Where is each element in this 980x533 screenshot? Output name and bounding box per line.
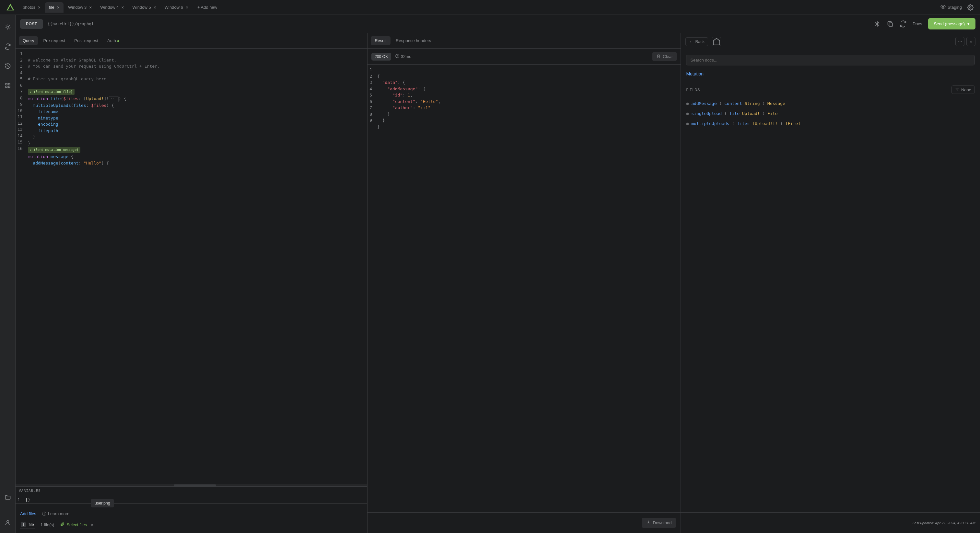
status-row: 200 OK 32ms Clear: [368, 49, 681, 65]
tab-query[interactable]: Query: [19, 36, 38, 45]
close-icon[interactable]: ×: [121, 5, 124, 10]
line-gutter: 1: [16, 495, 23, 503]
horizontal-scrollbar[interactable]: [16, 484, 367, 486]
learn-more-link[interactable]: ⓘLearn more: [42, 511, 69, 517]
tab-window-6[interactable]: Window 6×: [161, 2, 192, 13]
svg-point-3: [970, 6, 971, 8]
tab-auth-label: Auth: [107, 38, 116, 43]
result-body: { "data": { "addMessage": { "id": 1, "co…: [375, 65, 681, 512]
variables-body[interactable]: {}: [23, 495, 367, 503]
svg-point-2: [942, 6, 944, 8]
sync-icon[interactable]: [5, 43, 11, 50]
copy-icon[interactable]: [887, 21, 894, 27]
field-addmessage[interactable]: ●addMessage ( content String ) Message: [686, 98, 975, 108]
sparkle-icon[interactable]: [874, 21, 881, 27]
close-icon[interactable]: ×: [186, 5, 188, 10]
code-line: filepath: [28, 128, 58, 133]
tab-label: Window 4: [100, 5, 119, 10]
tab-window-5[interactable]: Window 5×: [129, 2, 160, 13]
extensions-icon[interactable]: [5, 82, 11, 89]
download-button[interactable]: Download: [642, 518, 676, 528]
app-logo: [6, 3, 15, 12]
environment-selector[interactable]: Staging: [940, 4, 962, 10]
code-line: filename: [28, 109, 58, 114]
last-updated-label: Last updated: Apr 27, 2024, 4:31:50 AM: [913, 521, 975, 525]
result-footer: Download: [368, 512, 681, 533]
variables-editor[interactable]: 1 {}: [16, 495, 367, 503]
sidebar-left: [0, 15, 16, 533]
line-gutter: 12345678910111213141516: [16, 49, 25, 484]
urlbar-right: Docs Send (message)▾: [874, 18, 975, 30]
add-new-tab[interactable]: + Add new: [193, 2, 222, 12]
reload-icon[interactable]: [900, 21, 907, 27]
result-viewer[interactable]: 123456789 { "data": { "addMessage": { "i…: [368, 65, 681, 512]
history-icon[interactable]: [5, 63, 11, 69]
add-files-link[interactable]: Add files: [20, 511, 36, 516]
url-base-var: {{baseUrl}}: [48, 21, 75, 26]
clock-icon: [395, 54, 399, 59]
url-input[interactable]: {{baseUrl}}/graphql: [48, 21, 94, 26]
sort-none-button[interactable]: None: [951, 86, 975, 94]
query-editor[interactable]: 12345678910111213141516 # Welcome to Alt…: [16, 49, 367, 484]
svg-rect-7: [5, 86, 7, 88]
close-icon[interactable]: ×: [38, 5, 40, 10]
tab-photos[interactable]: photos×: [19, 2, 45, 13]
back-button[interactable]: ←Back: [686, 37, 708, 46]
clear-button[interactable]: Clear: [652, 52, 677, 61]
settings-icon[interactable]: [967, 4, 974, 11]
tab-label: file: [49, 5, 54, 10]
svg-rect-6: [8, 83, 10, 85]
svg-rect-8: [8, 86, 10, 88]
docs-toggle[interactable]: Docs: [913, 21, 922, 26]
code-line: multipleUploads(files: $files) {: [28, 103, 114, 108]
fields-header: FIELDS None: [686, 86, 975, 94]
shell: POST {{baseUrl}}/graphql Docs Send (mess…: [0, 15, 980, 533]
docs-search-input[interactable]: [686, 55, 975, 65]
chevron-down-icon: ▾: [967, 21, 970, 26]
http-method-button[interactable]: POST: [20, 19, 43, 29]
tab-label: photos: [23, 5, 35, 10]
user-icon[interactable]: [5, 519, 11, 526]
docs-type-title[interactable]: Mutation: [686, 71, 975, 76]
tab-auth[interactable]: Auth: [103, 36, 123, 45]
close-icon[interactable]: ×: [89, 5, 92, 10]
bullet-icon: ●: [686, 111, 689, 116]
status-pill: 200 OK: [371, 53, 391, 60]
tabbar-right: Staging: [940, 4, 977, 11]
bullet-icon: ●: [686, 121, 689, 126]
urlbar: POST {{baseUrl}}/graphql Docs Send (mess…: [16, 15, 980, 33]
send-button[interactable]: Send (message)▾: [928, 18, 975, 30]
fold-ellipsis-icon[interactable]: ···: [109, 96, 119, 102]
svg-rect-5: [5, 83, 7, 85]
docs-footer: Last updated: Apr 27, 2024, 4:31:50 AM: [681, 512, 980, 533]
tab-window-3[interactable]: Window 3×: [64, 2, 95, 13]
more-icon[interactable]: ⋯: [955, 37, 964, 46]
tab-post-request[interactable]: Post-request: [70, 36, 102, 45]
home-icon[interactable]: [712, 37, 721, 46]
close-docs-icon[interactable]: ×: [966, 37, 975, 46]
tab-result[interactable]: Result: [371, 36, 390, 45]
folder-icon[interactable]: [5, 494, 11, 501]
star-icon[interactable]: [5, 24, 11, 30]
tab-response-headers[interactable]: Response headers: [392, 36, 435, 45]
close-icon[interactable]: ×: [57, 5, 60, 10]
close-icon[interactable]: ×: [154, 5, 156, 10]
field-multipleuploads[interactable]: ●multipleUploads ( files [Upload!]! ) [F…: [686, 119, 975, 128]
tab-window-4[interactable]: Window 4×: [96, 2, 128, 13]
code-line: mimetype: [28, 116, 58, 121]
field-singleupload[interactable]: ●singleUpload ( file Upload! ) File: [686, 108, 975, 119]
tab-label: Window 5: [132, 5, 151, 10]
code-line: }: [28, 141, 30, 146]
variables-header[interactable]: VARIABLES: [16, 487, 367, 495]
tab-pre-request[interactable]: Pre-request: [39, 36, 69, 45]
code-line: # You can send your request using CmdOrC…: [28, 64, 160, 69]
eye-icon: [940, 4, 946, 10]
active-indicator-icon: [117, 40, 119, 42]
docs-header-actions: ⋯ ×: [955, 37, 975, 46]
code-body[interactable]: # Welcome to Altair GraphQL Client. # Yo…: [25, 49, 368, 484]
uploaded-file-pill[interactable]: user.png: [91, 499, 114, 508]
send-lens-message[interactable]: (Send mutation message): [28, 147, 81, 153]
query-pane: Query Pre-request Post-request Auth 1234…: [16, 33, 368, 533]
tab-file[interactable]: file×: [45, 2, 64, 13]
send-lens-file[interactable]: (Send mutation file): [28, 89, 75, 95]
